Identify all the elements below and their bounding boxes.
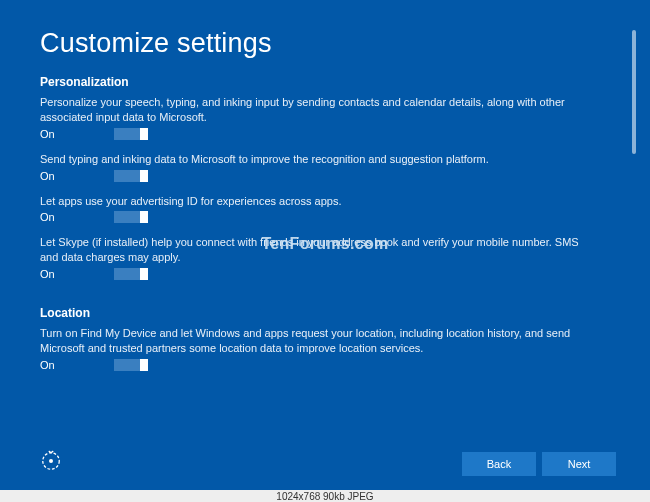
setting-desc: Turn on Find My Device and let Windows a… [40,326,580,356]
section-heading-location: Location [40,306,632,320]
toggle-knob [140,211,148,223]
toggle-knob [140,128,148,140]
setting-desc: Let Skype (if installed) help you connec… [40,235,580,265]
toggle-knob [140,170,148,182]
toggle-state-label: On [40,128,62,140]
section-heading-personalization: Personalization [40,75,632,89]
personalization-section: Personalization Personalize your speech,… [40,75,632,280]
setting-desc: Send typing and inking data to Microsoft… [40,152,580,167]
toggle-row: On [40,128,632,140]
toggle-row: On [40,211,632,223]
setting-advertising-id: Let apps use your advertising ID for exp… [40,194,632,224]
toggle-switch[interactable] [114,128,148,140]
setting-speech-typing: Personalize your speech, typing, and ink… [40,95,632,140]
location-section: Location Turn on Find My Device and let … [40,306,632,371]
ease-of-access-icon[interactable] [40,450,62,472]
toggle-state-label: On [40,170,62,182]
toggle-row: On [40,268,632,280]
page-title: Customize settings [40,28,632,59]
toggle-switch[interactable] [114,268,148,280]
svg-point-1 [49,459,53,463]
toggle-state-label: On [40,359,62,371]
toggle-switch[interactable] [114,170,148,182]
setting-desc: Personalize your speech, typing, and ink… [40,95,580,125]
toggle-row: On [40,170,632,182]
setting-desc: Let apps use your advertising ID for exp… [40,194,580,209]
toggle-knob [140,359,148,371]
settings-window: Customize settings Personalization Perso… [0,0,650,490]
scrollbar-thumb[interactable] [632,30,636,154]
toggle-state-label: On [40,211,62,223]
toggle-switch[interactable] [114,211,148,223]
setting-send-typing: Send typing and inking data to Microsoft… [40,152,632,182]
next-button[interactable]: Next [542,452,616,476]
toggle-knob [140,268,148,280]
toggle-state-label: On [40,268,62,280]
back-button[interactable]: Back [462,452,536,476]
toggle-switch[interactable] [114,359,148,371]
button-bar: Back Next [462,452,616,476]
image-meta-bar: 1024x768 90kb JPEG [0,490,650,502]
toggle-row: On [40,359,632,371]
setting-find-my-device: Turn on Find My Device and let Windows a… [40,326,632,371]
setting-skype: Let Skype (if installed) help you connec… [40,235,632,280]
